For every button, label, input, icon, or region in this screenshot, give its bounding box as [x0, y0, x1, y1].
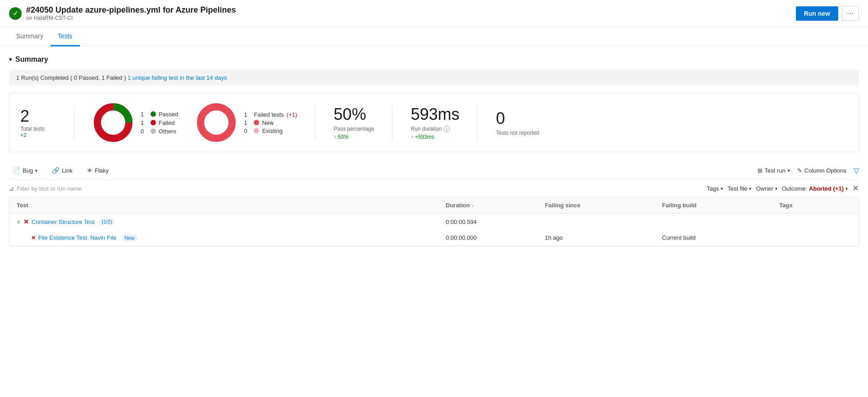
run-duration-label: Run duration i: [411, 126, 459, 132]
success-icon: ✓: [9, 7, 22, 20]
divider-4: [477, 105, 478, 141]
passed-failed-chart-group: 1 Passed 1 Failed 0 Others: [93, 102, 178, 143]
run-duration-block: 593ms Run duration i +593ms: [411, 105, 459, 140]
flaky-button[interactable]: ✳ Flaky: [83, 165, 112, 176]
table-header: Test Duration ↓ Failing since Failing bu…: [9, 197, 859, 214]
tab-tests[interactable]: Tests: [50, 27, 80, 46]
flaky-icon: ✳: [87, 167, 92, 174]
run-duration-info-icon[interactable]: i: [443, 126, 450, 132]
bug-button[interactable]: 📄 Bug ▾: [9, 165, 41, 176]
outcome-value: Aborted (+1): [809, 185, 844, 192]
new-dot: [254, 120, 259, 125]
header-actions: Run new ⋯: [796, 6, 859, 21]
failed-tests-row: 1 Failed tests (+1): [244, 111, 297, 118]
bug-icon: 📄: [13, 167, 20, 174]
header-bar: ✓ #24050 Update azure-pipelines.yml for …: [0, 0, 868, 27]
link-button[interactable]: 🔗 Link: [48, 165, 76, 176]
run-new-button[interactable]: Run new: [796, 6, 838, 21]
nav-tabs: Summary Tests: [0, 27, 868, 46]
close-filter-button[interactable]: ✕: [852, 183, 859, 193]
child-test-name[interactable]: File Existence Test: Navin File: [38, 234, 116, 241]
filter-placeholder[interactable]: Filter by test or run name: [17, 185, 82, 192]
child-duration: 0:00:00.000: [446, 234, 545, 241]
toolbar-right: ⊞ Test run ▾ ✎ Column Options ▽: [758, 166, 859, 175]
filter-bar: ⊿ Filter by test or run name Tags ▾ Test…: [9, 180, 859, 197]
col-failing-since[interactable]: Failing since: [545, 202, 662, 209]
parent-test-name[interactable]: Container Structure Test: [32, 219, 95, 225]
duration-sort-icon: ↓: [471, 203, 474, 208]
col-test[interactable]: Test: [17, 202, 446, 209]
toolbar: 📄 Bug ▾ 🔗 Link ✳ Flaky ⊞ Test run ▾ ✎ Co…: [9, 161, 859, 180]
info-banner: 1 Run(s) Completed ( 0 Passed, 1 Failed …: [9, 70, 859, 86]
total-tests-delta: +2: [20, 132, 56, 138]
run-duration-value: 593ms: [411, 105, 459, 124]
legend-failed: 1 Failed: [141, 119, 178, 126]
pass-percentage-block: 50% Pass percentage 50%: [333, 105, 374, 140]
test-run-chevron: ▾: [788, 168, 790, 173]
tags-filter[interactable]: Tags ▾: [707, 185, 723, 192]
run-duration-delta: +593ms: [411, 134, 459, 140]
col-duration[interactable]: Duration ↓: [446, 202, 545, 209]
child-failing-since: 1h ago: [545, 234, 662, 241]
pass-pct-value: 50%: [333, 105, 374, 124]
total-tests-label: Total tests: [20, 126, 56, 132]
not-reported-block: 0 Tests not reported: [496, 109, 539, 136]
pass-pct-label: Pass percentage: [333, 126, 374, 132]
summary-title: Summary: [15, 55, 48, 64]
page-title: #24050 Update azure-pipelines.yml for Az…: [26, 5, 236, 15]
outcome-filter[interactable]: Outcome: Aborted (+1) ▾: [782, 185, 848, 192]
others-dot: [151, 128, 156, 134]
bug-chevron: ▾: [35, 168, 37, 173]
existing-dot: [254, 128, 259, 133]
header-left: ✓ #24050 Update azure-pipelines.yml for …: [9, 5, 236, 21]
parent-status-icon: ✕: [23, 218, 29, 225]
legend-new: 1 New: [244, 119, 297, 126]
legend-others: 0 Others: [141, 128, 178, 135]
expand-icon[interactable]: ∨: [17, 219, 21, 225]
test-file-filter[interactable]: Test file ▾: [727, 185, 751, 192]
failed-dot: [151, 120, 156, 125]
divider-3: [392, 105, 393, 141]
filter-toggle-button[interactable]: ▽: [854, 166, 859, 175]
test-run-button[interactable]: ⊞ Test run ▾: [758, 167, 790, 174]
legend-existing: 0 Existing: [244, 128, 297, 134]
summary-section-header[interactable]: ▾ Summary: [9, 55, 859, 64]
divider-2: [315, 105, 315, 141]
test-name-cell-child: ✕ File Existence Test: Navin File New: [31, 234, 446, 241]
test-table: Test Duration ↓ Failing since Failing bu…: [9, 197, 859, 246]
pass-pct-delta: 50%: [333, 134, 374, 140]
svg-point-2: [104, 114, 122, 132]
tags-chevron: ▾: [721, 186, 723, 191]
failed-tests-chart-group: 1 Failed tests (+1) 1 New 0 Existing: [196, 102, 297, 143]
column-options-button[interactable]: ✎ Column Options: [797, 167, 846, 174]
owner-filter[interactable]: Owner ▾: [756, 185, 777, 192]
test-run-icon: ⊞: [758, 167, 763, 174]
child-status-icon: ✕: [31, 235, 36, 241]
header-title-block: #24050 Update azure-pipelines.yml for Az…: [26, 5, 236, 21]
tab-summary[interactable]: Summary: [9, 27, 50, 46]
filter-icon: ▽: [854, 166, 859, 175]
owner-chevron: ▾: [775, 186, 777, 191]
outcome-chevron: ▾: [845, 186, 848, 191]
passed-failed-donut: [93, 102, 133, 143]
more-button[interactable]: ⋯: [842, 6, 859, 21]
page-subtitle: on HalaRM-CST-CI: [26, 15, 236, 21]
child-failing-build: Current build: [662, 234, 779, 241]
col-failing-build[interactable]: Failing build: [662, 202, 779, 209]
failed-legend: 1 Failed tests (+1) 1 New 0 Existing: [244, 111, 297, 134]
test-file-chevron: ▾: [749, 186, 751, 191]
passed-failed-legend: 1 Passed 1 Failed 0 Others: [141, 111, 178, 135]
legend-passed: 1 Passed: [141, 111, 178, 118]
link-icon: 🔗: [52, 167, 59, 174]
child-test-badge: New: [122, 235, 137, 241]
total-tests-count: 2: [20, 107, 56, 126]
not-reported-value: 0: [496, 109, 539, 128]
table-row: ∨ ✕ Container Structure Test (1/2) 0:00:…: [9, 214, 859, 230]
filter-funnel-icon: ⊿: [9, 185, 14, 192]
col-tags[interactable]: Tags: [779, 202, 851, 209]
svg-point-4: [207, 114, 225, 132]
column-options-icon: ✎: [797, 167, 802, 174]
passed-dot: [151, 111, 156, 117]
failing-test-link[interactable]: 1 unique failing test in the last 14 day…: [128, 74, 227, 81]
collapse-chevron: ▾: [9, 56, 12, 63]
